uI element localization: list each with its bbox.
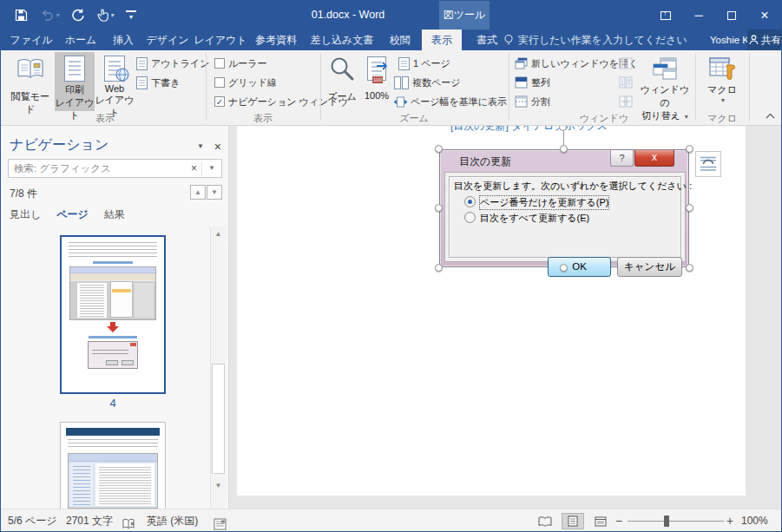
zoom-in-button[interactable]: + xyxy=(726,509,733,532)
view-print-layout-button[interactable] xyxy=(562,513,584,529)
previous-result-button[interactable]: ▲ xyxy=(190,185,206,200)
search-options-dropdown-icon[interactable]: ▼ xyxy=(208,164,215,172)
nav-tab-pages[interactable]: ページ xyxy=(56,207,89,222)
language-indicator[interactable]: 英語 (米国) xyxy=(147,509,198,532)
selection-handle-bottom-left[interactable] xyxy=(435,264,443,272)
touch-mode-icon[interactable]: ▾ xyxy=(97,9,114,22)
zoom-button[interactable]: ズーム xyxy=(325,52,358,111)
tab-design[interactable]: デザイン xyxy=(143,30,192,50)
page-thumbnail-4-number: 4 xyxy=(60,397,166,410)
page-indicator[interactable]: 5/6 ページ xyxy=(8,509,57,532)
selection-handle-top-center[interactable] xyxy=(560,145,568,153)
page-thumbnail-5[interactable] xyxy=(60,422,166,509)
collapse-ribbon-icon[interactable] xyxy=(764,111,776,120)
scrollbar-up-icon[interactable]: ▲ xyxy=(211,227,226,241)
selection-handle-mid-left[interactable] xyxy=(435,204,443,212)
next-result-button[interactable]: ▼ xyxy=(207,185,222,200)
tab-references[interactable]: 参考資料 xyxy=(249,30,303,50)
dialog-body: 目次を更新します。次のいずれかを選択してください : ページ番号だけを更新する(… xyxy=(444,172,686,262)
recording-status-icon[interactable] xyxy=(214,516,227,532)
multiple-pages-button[interactable]: 複数ページ xyxy=(394,75,461,90)
minimize-button[interactable]: ─ xyxy=(682,1,715,30)
zoom-100-button[interactable]: 100 100% xyxy=(358,52,395,111)
page-thumbnail-4[interactable] xyxy=(60,235,166,394)
radio-update-entire-table-label: 目次をすべて更新する(E) xyxy=(480,212,589,225)
multiple-pages-label: 複数ページ xyxy=(412,76,461,89)
synchronous-scrolling-icon xyxy=(619,76,633,89)
quick-access-toolbar: ▾ ▾ ▾ xyxy=(15,1,136,30)
selection-handle-mid-right[interactable] xyxy=(686,204,693,212)
navigation-search-text: 検索: グラフィックス xyxy=(14,162,111,175)
dialog-message: 目次を更新します。次のいずれかを選択してください : xyxy=(454,180,692,193)
switch-windows-icon xyxy=(640,54,690,83)
word-count[interactable]: 2701 文字 xyxy=(66,509,113,532)
web-layout-button[interactable]: Web レイアウト xyxy=(95,52,135,111)
picture-tools-tab-header[interactable]: 図ツール xyxy=(439,1,490,30)
ruler-checkbox[interactable]: ルーラー xyxy=(214,56,267,71)
zoom-slider-thumb[interactable] xyxy=(664,516,669,527)
read-mode-button[interactable]: 閲覧モード xyxy=(8,52,53,111)
zoom-icon xyxy=(325,54,358,83)
arrange-all-label: 整列 xyxy=(531,76,550,89)
clear-search-icon[interactable]: × xyxy=(191,162,197,174)
tab-home[interactable]: ホーム xyxy=(60,30,102,50)
redo-icon[interactable] xyxy=(71,9,85,22)
nav-tab-headings[interactable]: 見出し xyxy=(10,207,41,222)
tab-format[interactable]: 書式 xyxy=(467,30,507,50)
zoom-out-button[interactable]: − xyxy=(615,509,622,532)
arrange-all-button[interactable]: 整列 xyxy=(515,75,550,90)
status-bar: 5/6 ページ 2701 文字 英語 (米国) − + 100% xyxy=(1,509,781,532)
person-icon xyxy=(749,35,759,45)
tellme-input[interactable]: 実行したい作業を入力してください xyxy=(518,30,704,50)
close-button[interactable]: × xyxy=(748,1,781,30)
tab-review[interactable]: 校閲 xyxy=(381,30,419,50)
tab-layout[interactable]: レイアウト xyxy=(194,30,247,50)
scrollbar-down-icon[interactable]: ▼ xyxy=(211,478,226,493)
outline-button[interactable]: アウトライン xyxy=(136,56,210,71)
tab-insert[interactable]: 挿入 xyxy=(105,30,141,50)
proofing-error-icon[interactable] xyxy=(122,516,136,532)
document-area[interactable]: [目次の更新] ダイアログボックス 目次の更新 ? x 目次を更新します。次のい… xyxy=(229,126,782,509)
gridlines-checkbox[interactable]: グリッド線 xyxy=(214,75,277,90)
split-button[interactable]: 分割 xyxy=(515,94,550,109)
tab-view[interactable]: 表示 xyxy=(422,30,462,50)
tab-mailings[interactable]: 差し込み文書 xyxy=(305,30,379,50)
customize-qat-icon[interactable]: ▾ xyxy=(126,10,136,21)
radio-update-entire-table xyxy=(464,212,476,223)
ribbon-view-tab-content: 閲覧モード 印刷 レイアウト Web レイアウト アウトライン 下書き 表示 xyxy=(1,50,781,126)
selection-handle-bottom-right[interactable] xyxy=(686,264,693,272)
touch-mode-dropdown-icon[interactable]: ▾ xyxy=(110,11,114,19)
selection-handle-top-left[interactable] xyxy=(435,145,443,153)
draft-icon xyxy=(136,76,148,89)
draft-button[interactable]: 下書き xyxy=(136,75,180,90)
zoom-slider-track[interactable] xyxy=(628,521,724,522)
page-width-button[interactable]: ページ幅を基準に表示 xyxy=(394,94,507,109)
zoom-label: ズーム xyxy=(325,90,358,103)
tab-file[interactable]: ファイル xyxy=(8,30,55,50)
print-layout-button[interactable]: 印刷 レイアウト xyxy=(55,52,95,111)
share-label: 共有 xyxy=(761,34,781,47)
switch-windows-button[interactable]: ウィンドウの 切り替え ▾ xyxy=(640,52,690,111)
selection-handle-bottom-center[interactable] xyxy=(560,264,568,272)
zoom-percentage[interactable]: 100% xyxy=(741,509,768,532)
macros-button[interactable]: マクロ ▾ xyxy=(702,52,742,111)
selected-picture-toc-dialog[interactable]: 目次の更新 ? x 目次を更新します。次のいずれかを選択してください : ページ… xyxy=(439,149,689,267)
macros-label: マクロ xyxy=(702,83,742,96)
save-icon[interactable] xyxy=(15,9,28,22)
navigation-pane-close-icon[interactable]: × xyxy=(214,140,221,154)
thumbnail-scrollbar[interactable]: ▲ ▼ xyxy=(210,227,225,509)
ribbon-display-options-button[interactable] xyxy=(649,1,682,30)
navigation-pane-dropdown-icon[interactable]: ▼ xyxy=(197,140,204,154)
selection-handle-top-right[interactable] xyxy=(686,145,693,153)
nav-tab-results[interactable]: 結果 xyxy=(104,207,125,222)
title-bar: ▾ ▾ ▾ 図ツール 01.docx - Word ─ × xyxy=(1,1,781,30)
navigation-search-input[interactable]: 検索: グラフィックス × ▼ xyxy=(8,159,222,178)
layout-options-button[interactable] xyxy=(695,151,721,177)
scrollbar-thumb[interactable] xyxy=(212,364,225,474)
view-read-mode-button[interactable] xyxy=(534,513,556,529)
view-web-layout-button[interactable] xyxy=(589,513,612,529)
maximize-button[interactable] xyxy=(715,1,748,30)
split-label: 分割 xyxy=(531,95,550,108)
one-page-button[interactable]: 1 ページ xyxy=(398,56,450,71)
share-button[interactable]: 共有 xyxy=(747,30,782,50)
